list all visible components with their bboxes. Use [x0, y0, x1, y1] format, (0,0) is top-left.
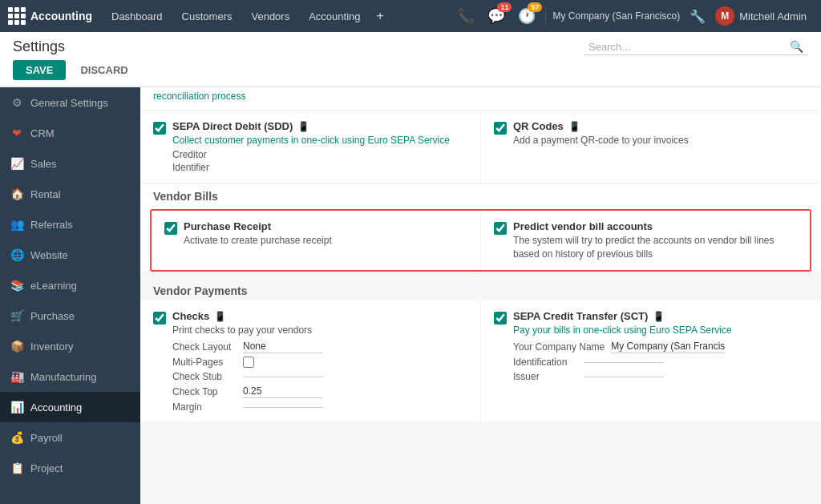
- purchase-receipt-cell: Purchase Receipt Activate to create purc…: [152, 211, 481, 271]
- sepa-checkbox[interactable]: [153, 122, 166, 135]
- clock-icon[interactable]: 🕐 57: [515, 4, 539, 28]
- purchase-icon: 🛒: [10, 308, 24, 323]
- sidebar-label-accounting: Accounting: [30, 401, 82, 413]
- sepa-qr-row: SEPA Direct Debit (SDD) 📱 Collect custom…: [140, 111, 821, 183]
- sepa-credit-mobile-icon: 📱: [653, 311, 665, 322]
- sidebar-item-website[interactable]: 🌐 Website: [0, 240, 140, 270]
- predict-vendor-body: Predict vendor bill accounts The system …: [513, 220, 797, 261]
- gear-icon: ⚙: [10, 95, 24, 110]
- check-stub-label: Check Stub: [172, 371, 237, 382]
- sepa-body: SEPA Direct Debit (SDD) 📱 Collect custom…: [172, 120, 450, 173]
- company-name-value: My Company (San Francis: [611, 341, 725, 353]
- app-grid-icon: [8, 7, 26, 25]
- identification-row: Identification: [513, 357, 732, 368]
- user-name: Mitchell Admin: [739, 10, 807, 22]
- sidebar-item-inventory[interactable]: 📦 Inventory: [0, 331, 140, 361]
- top-partial-text: reconciliation process: [153, 87, 808, 105]
- company-name-row: Your Company Name My Company (San Franci…: [513, 341, 732, 353]
- sepa-desc: Collect customer payments in one-click u…: [172, 134, 450, 147]
- page-actions: SAVE DISCARD: [13, 60, 808, 80]
- sidebar-item-payroll[interactable]: 💰 Payroll: [0, 422, 140, 453]
- check-stub-value: [243, 376, 323, 377]
- sidebar-label-payroll: Payroll: [30, 432, 63, 444]
- sidebar-label-sales: Sales: [30, 158, 57, 170]
- sepa-credit-title: SEPA Credit Transfer (SCT) 📱: [513, 310, 732, 322]
- referrals-icon: 👥: [10, 217, 24, 232]
- top-partial-row: reconciliation process: [140, 87, 821, 111]
- multi-pages-row: Multi-Pages: [172, 357, 323, 368]
- check-top-value: 0.25: [243, 385, 323, 398]
- checks-mobile-icon: 📱: [214, 311, 226, 322]
- sidebar-label-project: Project: [30, 462, 63, 474]
- sepa-title: SEPA Direct Debit (SDD) 📱: [172, 120, 450, 132]
- check-layout-row: Check Layout None: [172, 341, 323, 353]
- sepa-mobile-icon: 📱: [297, 121, 309, 132]
- manufacturing-icon: 🏭: [10, 369, 24, 384]
- qr-cell: QR Codes 📱 Add a payment QR-code to your…: [481, 111, 821, 183]
- top-navigation: Accounting Dashboard Customers Vendors A…: [0, 0, 821, 32]
- predict-vendor-setting: Predict vendor bill accounts The system …: [494, 220, 797, 261]
- purchase-receipt-body: Purchase Receipt Activate to create purc…: [184, 220, 332, 248]
- vendor-bills-row: Purchase Receipt Activate to create purc…: [152, 211, 810, 271]
- search-input[interactable]: [588, 41, 790, 53]
- sidebar-item-manufacturing[interactable]: 🏭 Manufacturing: [0, 361, 140, 392]
- inventory-icon: 📦: [10, 339, 24, 353]
- check-top-label: Check Top: [172, 386, 237, 397]
- sepa-credit-cell: SEPA Credit Transfer (SCT) 📱 Pay your bi…: [481, 300, 821, 422]
- checks-checkbox[interactable]: [153, 312, 166, 325]
- company-selector[interactable]: My Company (San Francisco): [545, 7, 686, 25]
- purchase-receipt-setting: Purchase Receipt Activate to create purc…: [164, 220, 467, 248]
- main-layout: ⚙ General Settings ❤ CRM 📈 Sales 🏠 Renta…: [0, 87, 821, 504]
- save-button[interactable]: SAVE: [13, 60, 66, 80]
- sidebar-label-referrals: Referrals: [30, 219, 73, 231]
- website-icon: 🌐: [10, 248, 24, 262]
- sidebar: ⚙ General Settings ❤ CRM 📈 Sales 🏠 Renta…: [0, 87, 140, 504]
- purchase-receipt-checkbox[interactable]: [164, 222, 177, 235]
- sepa-sub2: Identifier: [172, 162, 450, 173]
- sidebar-item-rental[interactable]: 🏠 Rental: [0, 179, 140, 209]
- app-brand[interactable]: Accounting: [8, 7, 92, 25]
- margin-row: Margin: [172, 401, 323, 413]
- nav-customers[interactable]: Customers: [174, 7, 241, 26]
- sepa-setting: SEPA Direct Debit (SDD) 📱 Collect custom…: [153, 120, 467, 173]
- sidebar-label-manufacturing: Manufacturing: [30, 371, 96, 383]
- sepa-credit-body: SEPA Credit Transfer (SCT) 📱 Pay your bi…: [513, 310, 732, 382]
- nav-add-menu[interactable]: +: [372, 6, 389, 26]
- vendor-bills-box: Purchase Receipt Activate to create purc…: [150, 209, 811, 272]
- nav-dashboard[interactable]: Dashboard: [103, 7, 171, 26]
- qr-mobile-icon: 📱: [568, 121, 580, 132]
- sidebar-item-general-settings[interactable]: ⚙ General Settings: [0, 87, 140, 118]
- sidebar-label-purchase: Purchase: [30, 310, 75, 322]
- qr-checkbox[interactable]: [494, 122, 507, 135]
- sepa-credit-checkbox[interactable]: [494, 312, 507, 325]
- sidebar-item-referrals[interactable]: 👥 Referrals: [0, 209, 140, 240]
- qr-setting: QR Codes 📱 Add a payment QR-code to your…: [494, 120, 808, 147]
- nav-accounting[interactable]: Accounting: [301, 7, 368, 26]
- page-header: Settings SAVE DISCARD 🔍: [0, 32, 821, 87]
- chat-icon[interactable]: 💬 11: [484, 4, 508, 28]
- vendor-bills-section: Vendor Bills Purchase Receipt Activate t…: [140, 183, 821, 272]
- identification-value: [584, 361, 664, 363]
- discard-button[interactable]: DISCARD: [72, 60, 135, 80]
- sidebar-label-elearning: eLearning: [30, 280, 77, 292]
- sidebar-item-elearning[interactable]: 📚 eLearning: [0, 270, 140, 300]
- sidebar-item-accounting[interactable]: 📊 Accounting: [0, 392, 140, 422]
- sidebar-item-project[interactable]: 📋 Project: [0, 453, 140, 483]
- predict-vendor-checkbox[interactable]: [494, 222, 507, 235]
- sidebar-item-purchase[interactable]: 🛒 Purchase: [0, 300, 140, 331]
- check-stub-row: Check Stub: [172, 371, 323, 382]
- sidebar-label-rental: Rental: [30, 188, 61, 200]
- crm-icon: ❤: [10, 126, 24, 140]
- phone-icon[interactable]: 📞: [454, 4, 478, 28]
- checks-title: Checks 📱: [172, 310, 323, 322]
- checks-cell: Checks 📱 Print checks to pay your vendor…: [140, 300, 481, 422]
- sidebar-item-crm[interactable]: ❤ CRM: [0, 118, 140, 148]
- app-name: Accounting: [30, 10, 92, 22]
- payroll-icon: 💰: [10, 430, 24, 445]
- user-menu[interactable]: M Mitchell Admin: [709, 3, 813, 29]
- search-bar: 🔍: [584, 38, 808, 55]
- multi-pages-checkbox[interactable]: [243, 357, 254, 368]
- sidebar-item-sales[interactable]: 📈 Sales: [0, 148, 140, 179]
- wrench-icon[interactable]: 🔧: [690, 9, 706, 24]
- nav-vendors[interactable]: Vendors: [243, 7, 297, 26]
